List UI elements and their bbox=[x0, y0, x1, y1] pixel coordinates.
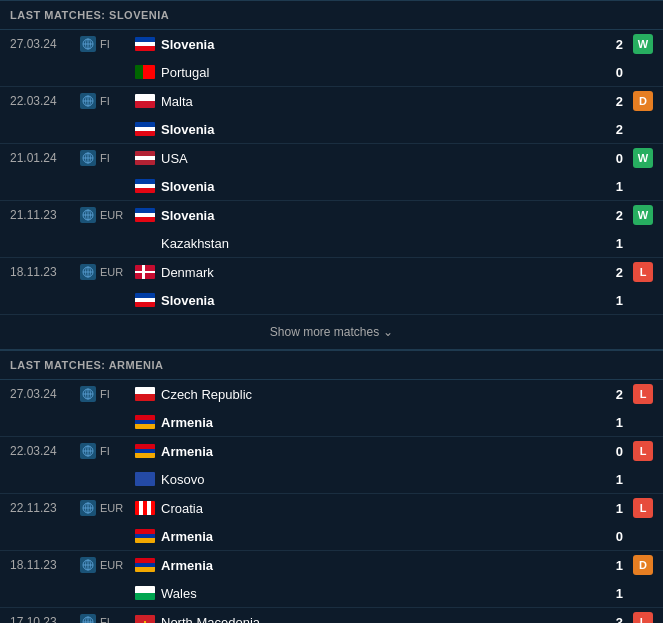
competition-icon bbox=[80, 557, 96, 573]
match-row: Armenia1 bbox=[0, 408, 663, 436]
team-flag bbox=[135, 122, 155, 136]
match-score: 0 bbox=[603, 444, 623, 459]
match-row: 21.11.23EURSlovenia2W bbox=[0, 201, 663, 229]
match-date: 21.11.23 bbox=[10, 208, 80, 222]
match-row: 27.03.24FISlovenia2W bbox=[0, 30, 663, 58]
competition-label: EUR bbox=[100, 502, 123, 514]
team-name: Armenia bbox=[161, 529, 213, 544]
competition-icon bbox=[80, 36, 96, 52]
match-score: 2 bbox=[603, 94, 623, 109]
team-flag bbox=[135, 586, 155, 600]
match-row: Wales1 bbox=[0, 579, 663, 607]
match-date: 22.03.24 bbox=[10, 94, 80, 108]
result-badge bbox=[633, 176, 653, 196]
match-score: 3 bbox=[603, 615, 623, 624]
team-name: North Macedonia bbox=[161, 615, 260, 624]
team-cell: Slovenia bbox=[135, 293, 603, 308]
team-name: Armenia bbox=[161, 444, 213, 459]
competition-icon bbox=[80, 207, 96, 223]
competition-icon bbox=[80, 443, 96, 459]
match-group: 27.03.24FICzech Republic2LArmenia1 bbox=[0, 380, 663, 437]
match-group: 18.11.23EURDenmark2LSlovenia1 bbox=[0, 258, 663, 315]
match-score: 1 bbox=[603, 415, 623, 430]
competition-icon bbox=[80, 93, 96, 109]
team-cell: North Macedonia bbox=[135, 615, 603, 624]
match-date: 22.03.24 bbox=[10, 444, 80, 458]
team-flag bbox=[135, 615, 155, 623]
team-flag bbox=[135, 529, 155, 543]
team-name: Slovenia bbox=[161, 208, 214, 223]
result-badge bbox=[633, 233, 653, 253]
match-date: 22.11.23 bbox=[10, 501, 80, 515]
competition-icon bbox=[80, 150, 96, 166]
match-group: 21.11.23EURSlovenia2WKazakhstan1 bbox=[0, 201, 663, 258]
team-flag bbox=[135, 208, 155, 222]
match-group: 27.03.24FISlovenia2WPortugal0 bbox=[0, 30, 663, 87]
result-badge bbox=[633, 412, 653, 432]
result-badge: W bbox=[633, 205, 653, 225]
match-score: 2 bbox=[603, 37, 623, 52]
match-competition: EUR bbox=[80, 264, 135, 280]
match-score: 0 bbox=[603, 151, 623, 166]
section-header-slovenia: LAST MATCHES: SLOVENIA bbox=[0, 1, 663, 30]
result-badge bbox=[633, 469, 653, 489]
team-flag bbox=[135, 444, 155, 458]
competition-icon bbox=[80, 500, 96, 516]
result-badge: L bbox=[633, 498, 653, 518]
team-cell: Slovenia bbox=[135, 37, 603, 52]
match-date: 18.11.23 bbox=[10, 265, 80, 279]
team-flag bbox=[135, 179, 155, 193]
match-score: 2 bbox=[603, 387, 623, 402]
match-date: 21.01.24 bbox=[10, 151, 80, 165]
team-name: Slovenia bbox=[161, 122, 214, 137]
match-competition: FI bbox=[80, 93, 135, 109]
team-cell: Slovenia bbox=[135, 208, 603, 223]
result-badge: L bbox=[633, 384, 653, 404]
match-group: 22.11.23EURCroatia1LArmenia0 bbox=[0, 494, 663, 551]
match-score: 1 bbox=[603, 501, 623, 516]
match-competition: EUR bbox=[80, 557, 135, 573]
team-name: USA bbox=[161, 151, 188, 166]
team-name: Denmark bbox=[161, 265, 214, 280]
team-cell: Armenia bbox=[135, 444, 603, 459]
competition-label: EUR bbox=[100, 559, 123, 571]
team-cell: Armenia bbox=[135, 529, 603, 544]
team-cell: Slovenia bbox=[135, 179, 603, 194]
match-date: 27.03.24 bbox=[10, 37, 80, 51]
match-row: 17.10.23FINorth Macedonia3L bbox=[0, 608, 663, 623]
team-cell: Kosovo bbox=[135, 472, 603, 487]
match-competition: EUR bbox=[80, 500, 135, 516]
match-competition: FI bbox=[80, 443, 135, 459]
match-row: 22.03.24FIArmenia0L bbox=[0, 437, 663, 465]
competition-label: FI bbox=[100, 445, 110, 457]
match-row: 18.11.23EURDenmark2L bbox=[0, 258, 663, 286]
team-name: Croatia bbox=[161, 501, 203, 516]
match-group: 22.03.24FIMalta2DSlovenia2 bbox=[0, 87, 663, 144]
match-score: 1 bbox=[603, 558, 623, 573]
team-cell: Denmark bbox=[135, 265, 603, 280]
team-name: Kazakhstan bbox=[161, 236, 229, 251]
team-flag bbox=[135, 236, 155, 250]
team-flag bbox=[135, 37, 155, 51]
result-badge: D bbox=[633, 91, 653, 111]
competition-icon bbox=[80, 264, 96, 280]
match-competition: FI bbox=[80, 150, 135, 166]
team-flag bbox=[135, 387, 155, 401]
team-name: Slovenia bbox=[161, 179, 214, 194]
match-row: Slovenia2 bbox=[0, 115, 663, 143]
result-badge: L bbox=[633, 262, 653, 282]
team-name: Kosovo bbox=[161, 472, 204, 487]
team-name: Wales bbox=[161, 586, 197, 601]
result-badge: L bbox=[633, 612, 653, 623]
team-name: Malta bbox=[161, 94, 193, 109]
match-group: 22.03.24FIArmenia0LKosovo1 bbox=[0, 437, 663, 494]
section-armenia: LAST MATCHES: ARMENIA27.03.24FICzech Rep… bbox=[0, 350, 663, 623]
team-flag bbox=[135, 415, 155, 429]
match-row: 22.03.24FIMalta2D bbox=[0, 87, 663, 115]
match-row: 27.03.24FICzech Republic2L bbox=[0, 380, 663, 408]
match-date: 17.10.23 bbox=[10, 615, 80, 623]
match-row: Portugal0 bbox=[0, 58, 663, 86]
show-more-matches-button[interactable]: Show more matches⌄ bbox=[0, 315, 663, 350]
result-badge bbox=[633, 526, 653, 546]
team-flag bbox=[135, 65, 155, 79]
